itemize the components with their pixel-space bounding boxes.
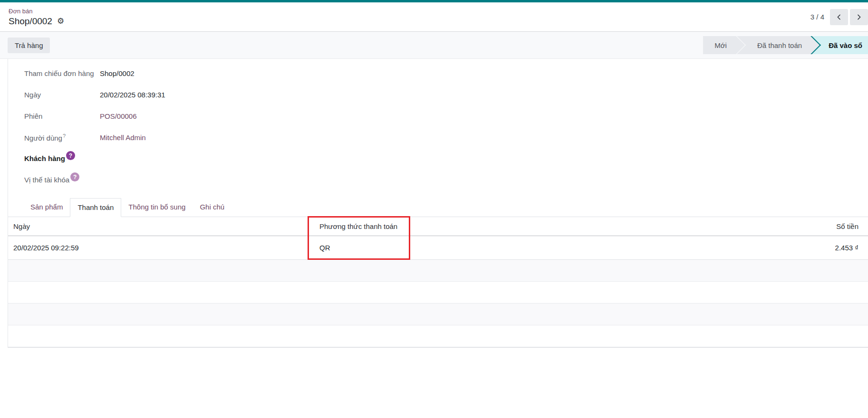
column-header-date[interactable]: Ngày bbox=[8, 222, 308, 230]
field-user: Người dùng? Mitchell Admin bbox=[16, 127, 868, 148]
tab-notes[interactable]: Ghi chú bbox=[193, 198, 231, 217]
breadcrumb-bar: Đơn bán Shop/0002 ⚙ 3 / 4 bbox=[0, 2, 868, 32]
field-customer: Khách hàng? bbox=[16, 148, 868, 170]
empty-table-row bbox=[8, 325, 868, 347]
field-value-user-link[interactable]: Mitchell Admin bbox=[100, 133, 146, 142]
statusbar-separator bbox=[738, 36, 746, 54]
field-value-date: 20/02/2025 08:39:31 bbox=[100, 91, 165, 99]
help-superscript: ? bbox=[63, 133, 66, 139]
pager-previous-button[interactable] bbox=[830, 9, 848, 25]
field-date: Ngày 20/02/2025 08:39:31 bbox=[16, 84, 868, 105]
pager: 3 / 4 bbox=[810, 9, 868, 25]
field-label-user: Người dùng? bbox=[16, 133, 100, 142]
chevron-left-icon bbox=[835, 13, 843, 21]
column-header-amount[interactable]: Số tiền bbox=[410, 222, 868, 230]
tab-products[interactable]: Sản phẩm bbox=[16, 198, 70, 217]
field-value-session-link[interactable]: POS/00006 bbox=[100, 112, 137, 120]
help-badge-icon: ? bbox=[70, 172, 79, 181]
return-goods-button[interactable]: Trả hàng bbox=[8, 38, 50, 53]
empty-table-row bbox=[8, 304, 868, 325]
empty-table-row bbox=[8, 282, 868, 304]
payment-row[interactable]: 20/02/2025 09:22:59 QR 2.453 ₫ bbox=[8, 236, 868, 260]
field-session: Phiên POS/00006 bbox=[16, 105, 868, 127]
payments-table: Ngày Phương thức thanh toán Số tiền 20/0… bbox=[8, 217, 868, 347]
field-label-order-reference: Tham chiếu đơn hàng bbox=[16, 69, 100, 77]
field-label-session: Phiên bbox=[16, 112, 100, 120]
payments-table-header: Ngày Phương thức thanh toán Số tiền bbox=[8, 217, 868, 236]
payment-row-date: 20/02/2025 09:22:59 bbox=[8, 244, 308, 252]
field-label-date: Ngày bbox=[16, 91, 100, 99]
notebook-tabs: Sản phẩm Thanh toán Thông tin bổ sung Gh… bbox=[8, 198, 868, 217]
empty-table-row bbox=[8, 260, 868, 282]
field-value-order-reference: Shop/0002 bbox=[100, 69, 135, 77]
page-title: Shop/0002 bbox=[9, 16, 52, 27]
statusbar-separator-active bbox=[813, 36, 823, 54]
help-badge-icon: ? bbox=[66, 151, 75, 160]
tab-payments[interactable]: Thanh toán bbox=[70, 198, 121, 217]
pager-next-button[interactable] bbox=[850, 9, 868, 25]
field-label-fiscal-position: Vị thế tài khóa? bbox=[16, 176, 100, 185]
chevron-right-icon bbox=[855, 13, 863, 21]
form-sheet: Tham chiếu đơn hàng Shop/0002 Ngày 20/02… bbox=[8, 59, 868, 348]
field-label-customer: Khách hàng? bbox=[16, 154, 100, 164]
statusbar: Mới Đã thanh toán Đã vào sổ bbox=[703, 36, 868, 54]
status-step-posted[interactable]: Đã vào sổ bbox=[823, 36, 868, 54]
action-bar: Trả hàng Mới Đã thanh toán Đã vào sổ bbox=[0, 32, 868, 59]
pager-count: 3 / 4 bbox=[810, 13, 824, 21]
gear-icon[interactable]: ⚙ bbox=[57, 17, 64, 25]
field-order-reference: Tham chiếu đơn hàng Shop/0002 bbox=[16, 63, 868, 84]
breadcrumb-parent-link[interactable]: Đơn bán bbox=[9, 8, 64, 15]
column-header-payment-method[interactable]: Phương thức thanh toán bbox=[308, 222, 410, 230]
payment-row-amount: 2.453 ₫ bbox=[410, 244, 868, 252]
breadcrumb: Đơn bán Shop/0002 ⚙ bbox=[9, 8, 64, 27]
form-fields: Tham chiếu đơn hàng Shop/0002 Ngày 20/02… bbox=[8, 59, 868, 191]
payment-row-method: QR bbox=[308, 244, 410, 252]
tab-extra-info[interactable]: Thông tin bổ sung bbox=[121, 198, 193, 217]
field-fiscal-position: Vị thế tài khóa? bbox=[16, 170, 868, 191]
